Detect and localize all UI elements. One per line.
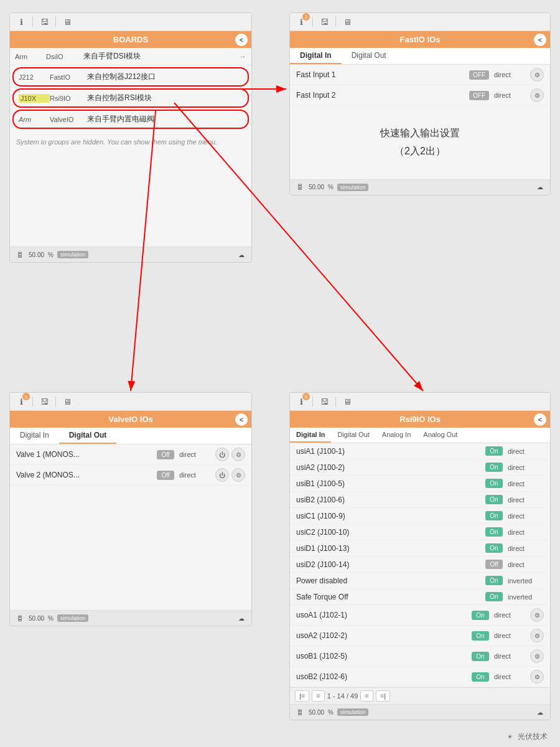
- rsi9io-usoB1-status: On: [472, 652, 489, 661]
- row-arm-3: J10X: [19, 94, 50, 103]
- rsi9io-usiB2-name: usiB2 (J100-6): [296, 496, 485, 504]
- boards-back-btn[interactable]: <: [235, 34, 248, 46]
- rsi9io-usiD2-status: Off: [485, 560, 503, 569]
- rsi9io-sto-name: Safe Torque Off: [296, 593, 485, 601]
- separator: [32, 17, 33, 27]
- row-name-3: 来自控制器RSI模块: [87, 93, 243, 103]
- rsi9io-monitor-icon[interactable]: 🖥: [341, 395, 353, 408]
- rsi9io-tab-analog-out[interactable]: Analog Out: [417, 428, 464, 443]
- rsi9io-usoA2-btn[interactable]: ⚙: [530, 629, 544, 642]
- valveio-sep2: [55, 397, 56, 406]
- tab-digital-in[interactable]: Digital In: [290, 48, 342, 64]
- rsi9io-usiD1-status: On: [485, 543, 503, 553]
- rsi9io-info-icon[interactable]: ℹ 2: [295, 395, 307, 408]
- page-next-btn[interactable]: =: [360, 690, 373, 702]
- valveio-save-icon[interactable]: 🖫: [38, 395, 50, 408]
- rsi9io-row-14: usoB2 (J102-6) On direct ⚙: [290, 667, 550, 687]
- rsi9io-usiC2-direct: direct: [508, 529, 539, 536]
- rsi9io-tab-digital-out[interactable]: Digital Out: [331, 428, 375, 443]
- valveio-valve1-settings-btn[interactable]: ⚙: [231, 448, 245, 461]
- valveio-valve2-power-btn[interactable]: ⏻: [215, 468, 229, 482]
- tab-digital-out[interactable]: Digital Out: [342, 48, 396, 64]
- boards-gauge-icon: 🎛: [15, 250, 25, 260]
- rsi9io-usiD2-name: usiD2 (J100-14): [296, 560, 485, 569]
- valveio-monitor-icon[interactable]: 🖥: [61, 395, 73, 408]
- valveio-row-2: Valve 2 (MONOS... Off direct ⏻ ⚙: [10, 465, 251, 486]
- fastio-row-1: Fast Input 1 OFF direct ⚙: [290, 65, 550, 85]
- valveio-valve2-settings-btn[interactable]: ⚙: [231, 468, 245, 482]
- boards-row-dsiio[interactable]: Arm DsiIO 来自手臂DSI模块 →: [10, 48, 251, 65]
- page-first-btn[interactable]: |=: [295, 690, 309, 702]
- fastio-input2-status: OFF: [469, 91, 489, 100]
- rsi9io-usoB2-direct: direct: [494, 673, 525, 680]
- valveio-valve1-power-btn[interactable]: ⏻: [215, 448, 229, 461]
- info-icon[interactable]: ℹ: [15, 16, 27, 28]
- rsi9io-usoA1-status: On: [472, 611, 489, 620]
- fastio-toolbar: ℹ 2 🖫 🖥: [290, 13, 550, 31]
- rsi9io-usoB1-name: usoB1 (J102-5): [296, 652, 472, 660]
- fastio-unit: %: [328, 184, 334, 190]
- rsi9io-tab-digital-in[interactable]: Digital In: [290, 428, 331, 443]
- rsi9io-gauge-icon: 🎛: [295, 707, 305, 717]
- boards-unit: %: [48, 251, 54, 258]
- rsi9io-usoB1-btn[interactable]: ⚙: [530, 649, 544, 663]
- save-icon[interactable]: 🖫: [38, 16, 50, 28]
- row-type-3: Rsi9IO: [50, 95, 87, 102]
- boards-system-msg: System io groups are hidden. You can sho…: [10, 131, 251, 153]
- boards-sim-badge: simulation: [57, 251, 89, 258]
- rsi9io-usiB1-status: On: [485, 479, 503, 488]
- row-name-4: 来自手臂内置电磁阀: [87, 114, 243, 125]
- row-name-2: 来自控制器J212接口: [87, 72, 243, 82]
- fastio-sim-badge: simulation: [337, 184, 369, 191]
- fastio-input1-btn[interactable]: ⚙: [530, 68, 544, 82]
- fastio-sep1: [312, 17, 313, 27]
- valveio-info-icon[interactable]: ℹ 2: [15, 395, 27, 408]
- rsi9io-usiA2-status: On: [485, 463, 503, 472]
- rsi9io-row-9: Power disabled On inverted: [290, 573, 550, 589]
- valveio-back-btn[interactable]: <: [235, 413, 248, 426]
- boards-panel: ℹ 🖫 🖥 BOARDS < Arm DsiIO 来自手臂DSI模块 → J21…: [9, 12, 252, 263]
- row-name-1: 来自手臂DSI模块: [83, 51, 234, 62]
- rsi9io-back-btn[interactable]: <: [534, 413, 546, 426]
- rsi9io-usoB2-btn[interactable]: ⚙: [530, 670, 544, 684]
- row-arrow-1: →: [234, 52, 246, 61]
- fastio-badge: 2: [302, 13, 310, 21]
- rsi9io-usiA1-direct: direct: [508, 448, 539, 455]
- boards-row-rsi9io-wrapper: J10X Rsi9IO 来自控制器RSI模块: [12, 88, 249, 108]
- fastio-monitor-icon[interactable]: 🖥: [341, 16, 353, 28]
- boards-row-rsi9io[interactable]: J10X Rsi9IO 来自控制器RSI模块: [16, 91, 245, 105]
- valveio-valve1-status: Off: [157, 450, 174, 459]
- rsi9io-usoA2-status: On: [472, 631, 489, 641]
- rsi9io-usiA1-status: On: [485, 446, 503, 456]
- rsi9io-row-12: usoA2 (J102-2) On direct ⚙: [290, 626, 550, 646]
- page-last-btn[interactable]: =|: [376, 690, 390, 702]
- valveio-tab-digital-in[interactable]: Digital In: [10, 428, 59, 444]
- fastio-input1-name: Fast Input 1: [296, 70, 469, 79]
- rsi9io-toolbar: ℹ 2 🖫 🖥: [290, 393, 550, 411]
- page-prev-btn[interactable]: =: [312, 690, 324, 702]
- boards-header: BOARDS <: [10, 31, 251, 48]
- fastio-input2-direct: direct: [494, 92, 525, 99]
- rsi9io-save-icon[interactable]: 🖫: [318, 395, 330, 408]
- rsi9io-tab-analog-in[interactable]: Analog In: [376, 428, 417, 443]
- row-type-2: FastIO: [50, 73, 87, 81]
- boards-row-valveio[interactable]: Arm ValveIO 来自手臂内置电磁阀: [16, 112, 245, 126]
- valveio-valve2-status: Off: [157, 471, 174, 480]
- rsi9io-usoA1-direct: direct: [494, 611, 525, 619]
- valveio-percent: 50.00: [29, 615, 44, 622]
- boards-row-fastio[interactable]: J212 FastIO 来自控制器J212接口: [16, 70, 245, 84]
- valveio-tab-digital-out[interactable]: Digital Out: [59, 428, 117, 444]
- boards-row-valveio-wrapper: Arm ValveIO 来自手臂内置电磁阀: [12, 110, 249, 129]
- separator2: [55, 17, 56, 27]
- fastio-save-icon[interactable]: 🖫: [318, 16, 330, 28]
- rsi9io-usiD2-direct: direct: [508, 561, 539, 568]
- fastio-info-icon[interactable]: ℹ 2: [295, 16, 307, 28]
- monitor-icon[interactable]: 🖥: [61, 16, 73, 28]
- rsi9io-row-1: usiA1 (J100-1) On direct: [290, 443, 550, 459]
- rsi9io-row-2: usiA2 (J100-2) On direct: [290, 459, 550, 476]
- rsi9io-usoA1-btn[interactable]: ⚙: [530, 608, 544, 622]
- rsi9io-pagination: |= = 1 - 14 / 49 = =|: [290, 687, 550, 704]
- fastio-input2-btn[interactable]: ⚙: [530, 88, 544, 102]
- fastio-back-btn[interactable]: <: [534, 34, 546, 46]
- fastio-status-bar: 🎛 50.00 % simulation ☁: [290, 179, 550, 195]
